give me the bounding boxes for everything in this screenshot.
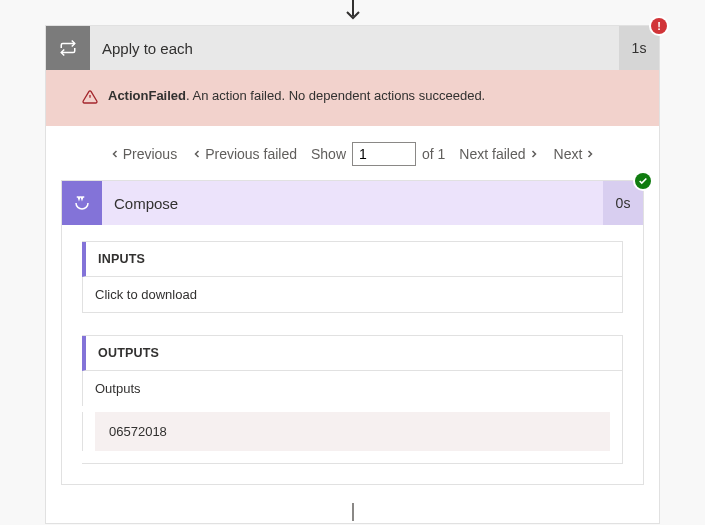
chevron-left-icon — [109, 148, 121, 160]
connector-stub-bottom — [46, 503, 659, 523]
apply-to-each-card: ! Apply to each 1s — [45, 25, 660, 524]
inputs-download-link[interactable]: Click to download — [82, 277, 622, 312]
outputs-label: OUTPUTS — [82, 336, 622, 371]
apply-to-each-duration: 1s — [619, 26, 659, 70]
compose-title: Compose — [102, 181, 603, 225]
warning-icon — [82, 89, 98, 108]
outputs-value: 06572018 — [95, 412, 610, 451]
outputs-field-label: Outputs — [82, 371, 622, 406]
next-button[interactable]: Next — [554, 146, 597, 162]
next-failed-label: Next failed — [459, 146, 525, 162]
show-label: Show — [311, 146, 346, 162]
outputs-block: OUTPUTS Outputs 06572018 — [82, 335, 623, 464]
apply-to-each-header[interactable]: Apply to each 1s — [46, 26, 659, 70]
inputs-label: INPUTS — [82, 242, 622, 277]
compose-body: INPUTS Click to download OUTPUTS Outputs… — [62, 225, 643, 484]
chevron-right-icon — [528, 148, 540, 160]
page-index-input[interactable] — [352, 142, 416, 166]
inputs-block: INPUTS Click to download — [82, 241, 623, 313]
success-status-badge — [635, 173, 651, 189]
error-text: . An action failed. No dependent actions… — [186, 88, 485, 103]
error-status-badge: ! — [651, 18, 667, 34]
error-code: ActionFailed — [108, 88, 186, 103]
apply-to-each-title: Apply to each — [90, 26, 619, 70]
iteration-pager: Previous Previous failed Show of 1 Next … — [46, 126, 659, 180]
connector-arrow-top — [45, 0, 660, 25]
previous-button[interactable]: Previous — [109, 146, 177, 162]
chevron-left-icon — [191, 148, 203, 160]
error-message: ActionFailed. An action failed. No depen… — [108, 88, 485, 103]
compose-duration: 0s — [603, 181, 643, 225]
previous-failed-label: Previous failed — [205, 146, 297, 162]
of-total-label: of 1 — [422, 146, 445, 162]
loop-icon — [46, 26, 90, 70]
compose-card: Compose 0s INPUTS Click to download OUTP… — [61, 180, 644, 485]
show-group: Show of 1 — [311, 142, 445, 166]
previous-failed-button[interactable]: Previous failed — [191, 146, 297, 162]
chevron-right-icon — [584, 148, 596, 160]
previous-label: Previous — [123, 146, 177, 162]
compose-header[interactable]: Compose 0s — [62, 181, 643, 225]
action-failed-banner: ActionFailed. An action failed. No depen… — [46, 70, 659, 126]
next-failed-button[interactable]: Next failed — [459, 146, 539, 162]
next-label: Next — [554, 146, 583, 162]
compose-icon — [62, 181, 102, 225]
